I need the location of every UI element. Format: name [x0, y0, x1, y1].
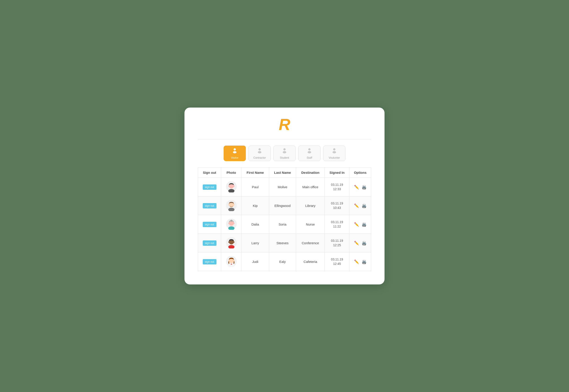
tab-volunteer[interactable]: Voulunter	[323, 146, 345, 161]
svg-point-9	[332, 151, 336, 153]
edit-icon[interactable]: ✏️	[354, 222, 359, 227]
options-cell: ✏️ 🖨️	[349, 234, 371, 252]
sign-out-button[interactable]: sign out	[203, 240, 216, 246]
table-row: sign out Larr	[198, 234, 371, 252]
table-row: sign out	[198, 178, 371, 196]
app-logo: R	[198, 116, 371, 132]
col-first-name: First Name	[241, 168, 269, 178]
table-row: sign out	[198, 196, 371, 215]
svg-point-25	[233, 223, 234, 224]
tab-student[interactable]: Student	[273, 146, 296, 161]
signed-in-cell: 03.11.1912:33	[325, 178, 349, 196]
print-icon[interactable]: 🖨️	[362, 222, 367, 227]
photo-cell	[221, 178, 242, 196]
tab-visitor[interactable]: Visitor	[224, 146, 246, 161]
svg-point-29	[228, 241, 229, 243]
last-name-cell: Molive	[269, 178, 296, 196]
last-name-cell: Steeves	[269, 234, 296, 252]
visitor-table: Sign out Photo First Name Last Name Dest…	[198, 167, 371, 271]
tab-staff[interactable]: Staff	[298, 146, 321, 161]
print-icon[interactable]: 🖨️	[362, 185, 367, 190]
avatar-male3	[226, 237, 237, 249]
sign-out-cell: sign out	[198, 252, 221, 271]
sign-out-cell: sign out	[198, 215, 221, 234]
destination-cell: Main office	[296, 178, 325, 196]
edit-icon[interactable]: ✏️	[354, 203, 359, 208]
photo-cell	[221, 252, 242, 271]
avatar-male2	[226, 199, 237, 211]
first-name-cell: Dalia	[241, 215, 269, 234]
first-name-cell: Paul	[241, 178, 269, 196]
sign-out-button[interactable]: sign out	[203, 203, 216, 209]
svg-point-19	[233, 204, 234, 206]
volunteer-icon	[331, 147, 337, 155]
svg-point-23	[230, 220, 232, 222]
edit-icon[interactable]: ✏️	[354, 259, 359, 264]
svg-point-30	[233, 241, 234, 243]
tab-contractor-label: Contractor	[253, 156, 266, 159]
signed-in-cell: 03.11.1912:25	[325, 234, 349, 252]
destination-cell: Cafeteria	[296, 252, 325, 271]
last-name-cell: Ellingwood	[269, 196, 296, 215]
sign-out-button[interactable]: sign out	[203, 184, 216, 190]
options-cell: ✏️ 🖨️	[349, 252, 371, 271]
svg-point-5	[283, 151, 286, 153]
destination-cell: Library	[296, 196, 325, 215]
contractor-icon	[256, 147, 263, 155]
first-name-cell: Larry	[241, 234, 269, 252]
avatar-female1	[226, 218, 237, 230]
avatar-male1	[226, 181, 237, 193]
signed-in-cell: 03.11.1910:43	[325, 196, 349, 215]
col-photo: Photo	[221, 168, 242, 178]
photo-cell	[221, 234, 242, 252]
sign-out-cell: sign out	[198, 196, 221, 215]
svg-point-7	[308, 151, 311, 153]
print-icon[interactable]: 🖨️	[362, 259, 367, 264]
table-row: sign out	[198, 215, 371, 234]
first-name-cell: Judi	[241, 252, 269, 271]
col-sign-out: Sign out	[198, 168, 221, 178]
col-last-name: Last Name	[269, 168, 296, 178]
last-name-cell: Ealy	[269, 252, 296, 271]
sign-out-button[interactable]: sign out	[203, 259, 216, 265]
destination-cell: Conference	[296, 234, 325, 252]
print-icon[interactable]: 🖨️	[362, 203, 367, 208]
tabs-row: Visitor Contractor Student	[198, 146, 371, 161]
sign-out-cell: sign out	[198, 178, 221, 196]
tab-volunteer-label: Voulunter	[329, 156, 340, 159]
photo-cell	[221, 196, 242, 215]
tab-contractor[interactable]: Contractor	[248, 146, 271, 161]
svg-point-18	[228, 204, 229, 206]
avatar-female2	[226, 255, 237, 267]
col-options: Options	[349, 168, 371, 178]
student-icon	[281, 147, 288, 155]
tab-student-label: Student	[280, 156, 289, 159]
app-container: R Visitor Contractor	[185, 108, 384, 284]
edit-icon[interactable]: ✏️	[354, 241, 359, 246]
options-cell: ✏️ 🖨️	[349, 215, 371, 234]
svg-point-3	[258, 151, 261, 153]
svg-point-8	[333, 148, 335, 151]
edit-icon[interactable]: ✏️	[354, 185, 359, 190]
sign-out-cell: sign out	[198, 234, 221, 252]
sign-out-button[interactable]: sign out	[203, 222, 216, 227]
svg-point-34	[228, 260, 229, 262]
print-icon[interactable]: 🖨️	[362, 241, 367, 246]
svg-point-6	[308, 148, 311, 151]
svg-point-35	[233, 260, 234, 262]
svg-point-0	[234, 148, 236, 151]
tab-staff-label: Staff	[307, 156, 312, 159]
last-name-cell: Soria	[269, 215, 296, 234]
svg-point-2	[258, 148, 261, 151]
destination-cell: Nurse	[296, 215, 325, 234]
options-cell: ✏️ 🖨️	[349, 196, 371, 215]
svg-point-4	[283, 148, 286, 151]
first-name-cell: Kip	[241, 196, 269, 215]
signed-in-cell: 03.11.1912:45	[325, 252, 349, 271]
table-header-row: Sign out Photo First Name Last Name Dest…	[198, 168, 371, 178]
svg-point-24	[228, 223, 229, 224]
svg-point-1	[233, 151, 237, 153]
header-divider	[198, 139, 371, 139]
tab-visitor-label: Visitor	[231, 156, 238, 159]
signed-in-cell: 03.11.1911:22	[325, 215, 349, 234]
